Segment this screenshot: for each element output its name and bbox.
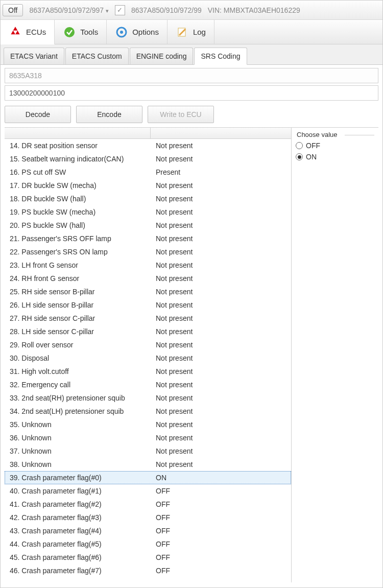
param-value: Not present	[151, 381, 291, 389]
param-value: ON	[151, 474, 291, 482]
tab-log[interactable]: Log	[167, 20, 214, 44]
param-name: 24. RH front G sensor	[5, 274, 151, 283]
param-name: 33. 2nd seat(RH) pretensioner squib	[5, 394, 151, 402]
table-row[interactable]: 44. Crash parameter flag(#5)OFF	[5, 537, 291, 551]
code-input[interactable]	[5, 85, 378, 101]
encode-button[interactable]: Encode	[76, 106, 142, 123]
radio-off[interactable]: OFF	[296, 142, 374, 150]
param-value: OFF	[151, 553, 291, 561]
table-row[interactable]: 36. UnknownNot present	[5, 431, 291, 444]
table-row[interactable]: 17. DR buckle SW (mecha)Not present	[5, 179, 291, 192]
table-row[interactable]: 27. RH side sensor C-pillarNot present	[5, 312, 291, 325]
checkbox[interactable]: ✓	[115, 5, 125, 15]
table-row[interactable]: 29. Roll over sensorNot present	[5, 338, 291, 351]
table-row[interactable]: 31. High volt.cutoffNot present	[5, 365, 291, 378]
table-row[interactable]: 28. LH side sensor C-pillarNot present	[5, 325, 291, 338]
radio-on-icon	[296, 153, 303, 160]
svg-point-2	[120, 31, 123, 34]
content: Decode Encode Write to ECU 14. DR seat p…	[1, 65, 382, 585]
param-name: 19. PS buckle SW (mecha)	[5, 208, 151, 216]
table-row[interactable]: 35. UnknownNot present	[5, 418, 291, 431]
table-row[interactable]: 39. Crash parameter flag(#0)ON	[5, 471, 291, 484]
param-name: 14. DR seat position sensor	[5, 142, 151, 150]
table-row[interactable]: 25. RH side sensor B-pillarNot present	[5, 285, 291, 298]
tab-ecus-label: ECUs	[26, 28, 46, 36]
table-row[interactable]: 33. 2nd seat(RH) pretensioner squibNot p…	[5, 391, 291, 405]
param-value: Not present	[151, 195, 291, 203]
table-row[interactable]: 37. UnknownNot present	[5, 444, 291, 458]
param-value: Not present	[151, 460, 291, 468]
table-row[interactable]: 45. Crash parameter flag(#6)OFF	[5, 551, 291, 564]
tab-tools[interactable]: Tools	[55, 20, 107, 44]
off-button[interactable]: Off	[3, 4, 23, 16]
table-row[interactable]: 16. PS cut off SWPresent	[5, 166, 291, 179]
param-name: 26. LH side sensor B-pillar	[5, 301, 151, 309]
param-name: 39. Crash parameter flag(#0)	[5, 474, 151, 482]
table-row[interactable]: 22. Passenger's SRS ON lampNot present	[5, 245, 291, 258]
tab-tools-label: Tools	[80, 28, 98, 36]
param-name: 25. RH side sensor B-pillar	[5, 288, 151, 296]
param-value: OFF	[151, 500, 291, 508]
partno-dropdown-1[interactable]: 8637A850/910/972/997 ▾	[26, 6, 111, 14]
param-value: Present	[151, 168, 291, 176]
table-row[interactable]: 14. DR seat position sensorNot present	[5, 139, 291, 152]
table-row[interactable]: 41. Crash parameter flag(#2)OFF	[5, 498, 291, 511]
param-value: Not present	[151, 327, 291, 336]
radio-off-icon	[296, 142, 303, 149]
param-value: Not present	[151, 288, 291, 296]
tab-log-label: Log	[193, 28, 206, 36]
table-row[interactable]: 20. PS buckle SW (hall)Not present	[5, 219, 291, 232]
param-value: Not present	[151, 221, 291, 229]
param-name: 36. Unknown	[5, 434, 151, 442]
param-name: 34. 2nd seat(LH) pretensioner squib	[5, 407, 151, 415]
table-row[interactable]: 18. DR buckle SW (hall)Not present	[5, 192, 291, 205]
table-row[interactable]: 43. Crash parameter flag(#4)OFF	[5, 524, 291, 537]
param-value: Not present	[151, 274, 291, 283]
table-row[interactable]: 32. Emergency callNot present	[5, 378, 291, 391]
param-name: 46. Crash parameter flag(#7)	[5, 567, 151, 575]
table-row[interactable]: 23. LH front G sensorNot present	[5, 258, 291, 272]
param-value: OFF	[151, 540, 291, 548]
partno-input[interactable]	[5, 68, 378, 83]
table-row[interactable]: 34. 2nd seat(LH) pretensioner squibNot p…	[5, 405, 291, 418]
radio-off-label: OFF	[306, 142, 320, 150]
subtab-etacs-custom[interactable]: ETACS Custom	[65, 48, 129, 64]
partno-text-1: 8637A850/910/972/997	[29, 6, 104, 14]
param-name: 45. Crash parameter flag(#6)	[5, 553, 151, 561]
table-row[interactable]: 15. Seatbelt warning indicator(CAN)Not p…	[5, 152, 291, 166]
radio-on[interactable]: ON	[296, 153, 374, 161]
parameter-table[interactable]: 14. DR seat position sensorNot present15…	[5, 128, 292, 582]
param-value: Not present	[151, 434, 291, 442]
tab-options-label: Options	[132, 28, 159, 36]
param-value: Not present	[151, 248, 291, 256]
param-name: 17. DR buckle SW (mecha)	[5, 181, 151, 190]
param-name: 27. RH side sensor C-pillar	[5, 314, 151, 322]
table-row[interactable]: 30. DisposalNot present	[5, 351, 291, 365]
param-value: OFF	[151, 513, 291, 522]
param-name: 21. Passenger's SRS OFF lamp	[5, 234, 151, 243]
decode-button[interactable]: Decode	[5, 106, 71, 123]
param-name: 38. Unknown	[5, 460, 151, 468]
table-row[interactable]: 46. Crash parameter flag(#7)OFF	[5, 564, 291, 577]
table-row[interactable]: 42. Crash parameter flag(#3)OFF	[5, 511, 291, 524]
param-value: Not present	[151, 367, 291, 375]
subtab-srs-coding[interactable]: SRS Coding	[194, 48, 247, 65]
table-row[interactable]: 40. Crash parameter flag(#1)OFF	[5, 484, 291, 498]
tab-ecus[interactable]: ECUs	[1, 20, 55, 44]
param-value: Not present	[151, 420, 291, 429]
gear-icon	[115, 26, 128, 39]
table-row[interactable]: 19. PS buckle SW (mecha)Not present	[5, 205, 291, 219]
param-name: 29. Roll over sensor	[5, 341, 151, 349]
subtab-etacs-variant[interactable]: ETACS Variant	[4, 48, 64, 64]
param-value: OFF	[151, 567, 291, 575]
button-row: Decode Encode Write to ECU	[5, 106, 378, 123]
param-value: Not present	[151, 447, 291, 455]
subtab-engine-coding[interactable]: ENGINE coding	[130, 48, 194, 64]
table-row[interactable]: 38. UnknownNot present	[5, 458, 291, 471]
table-row[interactable]: 26. LH side sensor B-pillarNot present	[5, 298, 291, 312]
vin-label: VIN: MMBXTA03AEH016229	[208, 6, 300, 14]
table-row[interactable]: 24. RH front G sensorNot present	[5, 272, 291, 285]
table-row[interactable]: 21. Passenger's SRS OFF lampNot present	[5, 232, 291, 245]
tab-options[interactable]: Options	[107, 20, 167, 44]
sub-nav: ETACS Variant ETACS Custom ENGINE coding…	[1, 44, 382, 65]
